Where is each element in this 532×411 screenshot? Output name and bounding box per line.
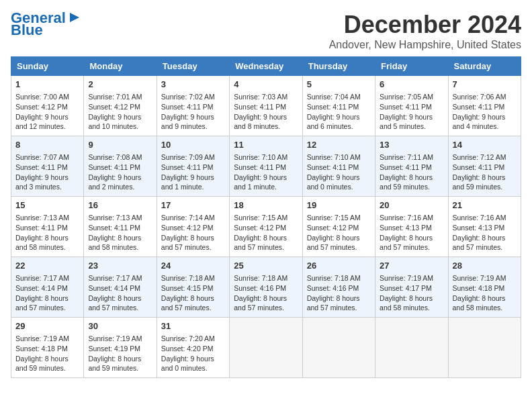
cell-content: Sunrise: 7:07 AM Sunset: 4:11 PM Dayligh… xyxy=(15,152,79,192)
day-number: 10 xyxy=(161,139,225,151)
calendar-cell: 16Sunrise: 7:13 AM Sunset: 4:11 PM Dayli… xyxy=(84,197,157,257)
day-number: 8 xyxy=(15,139,79,151)
calendar-cell: 14Sunrise: 7:12 AM Sunset: 4:11 PM Dayli… xyxy=(448,136,521,197)
calendar-cell xyxy=(375,318,448,378)
header: General Blue December 2024 Andover, New … xyxy=(11,11,521,51)
calendar-cell: 11Sunrise: 7:10 AM Sunset: 4:11 PM Dayli… xyxy=(230,136,302,197)
location-title: Andover, New Hampshire, United States xyxy=(329,39,521,51)
cell-content: Sunrise: 7:08 AM Sunset: 4:11 PM Dayligh… xyxy=(88,152,152,192)
day-number: 12 xyxy=(307,139,371,151)
calendar-cell: 5Sunrise: 7:04 AM Sunset: 4:11 PM Daylig… xyxy=(302,76,375,136)
cell-content: Sunrise: 7:02 AM Sunset: 4:11 PM Dayligh… xyxy=(161,92,225,132)
cell-content: Sunrise: 7:03 AM Sunset: 4:11 PM Dayligh… xyxy=(234,92,298,132)
weekday-header-wednesday: Wednesday xyxy=(230,57,302,76)
weekday-header-monday: Monday xyxy=(84,57,157,76)
calendar-cell: 1Sunrise: 7:00 AM Sunset: 4:12 PM Daylig… xyxy=(11,76,84,136)
day-number: 14 xyxy=(453,139,517,151)
calendar-cell: 21Sunrise: 7:16 AM Sunset: 4:13 PM Dayli… xyxy=(448,197,521,257)
weekday-header-saturday: Saturday xyxy=(448,57,521,76)
day-number: 5 xyxy=(307,79,371,91)
logo-blue-text: Blue xyxy=(11,23,43,38)
weekday-header-tuesday: Tuesday xyxy=(157,57,229,76)
day-number: 20 xyxy=(380,199,443,212)
calendar-table: SundayMondayTuesdayWednesdayThursdayFrid… xyxy=(11,56,521,378)
day-number: 4 xyxy=(234,79,298,91)
cell-content: Sunrise: 7:16 AM Sunset: 4:13 PM Dayligh… xyxy=(380,213,443,253)
day-number: 1 xyxy=(15,79,79,91)
month-title: December 2024 xyxy=(329,11,521,39)
weekday-header-friday: Friday xyxy=(375,57,448,76)
calendar-cell: 23Sunrise: 7:17 AM Sunset: 4:14 PM Dayli… xyxy=(84,257,157,318)
calendar-cell: 17Sunrise: 7:14 AM Sunset: 4:12 PM Dayli… xyxy=(157,197,229,257)
cell-content: Sunrise: 7:13 AM Sunset: 4:11 PM Dayligh… xyxy=(88,213,152,253)
calendar-cell: 3Sunrise: 7:02 AM Sunset: 4:11 PM Daylig… xyxy=(157,76,229,136)
week-row-1: 1Sunrise: 7:00 AM Sunset: 4:12 PM Daylig… xyxy=(11,76,521,136)
day-number: 23 xyxy=(88,260,152,272)
logo-arrow-icon xyxy=(67,10,82,25)
day-number: 16 xyxy=(88,199,152,212)
day-number: 7 xyxy=(453,79,517,91)
cell-content: Sunrise: 7:05 AM Sunset: 4:11 PM Dayligh… xyxy=(380,92,443,132)
calendar-cell: 15Sunrise: 7:13 AM Sunset: 4:11 PM Dayli… xyxy=(11,197,84,257)
day-number: 17 xyxy=(161,199,225,212)
day-number: 28 xyxy=(453,260,517,272)
weekday-header-row: SundayMondayTuesdayWednesdayThursdayFrid… xyxy=(11,57,521,76)
cell-content: Sunrise: 7:20 AM Sunset: 4:20 PM Dayligh… xyxy=(161,334,225,373)
cell-content: Sunrise: 7:16 AM Sunset: 4:13 PM Dayligh… xyxy=(453,213,517,253)
cell-content: Sunrise: 7:18 AM Sunset: 4:16 PM Dayligh… xyxy=(307,273,371,313)
calendar-cell: 6Sunrise: 7:05 AM Sunset: 4:11 PM Daylig… xyxy=(375,76,448,136)
weekday-header-sunday: Sunday xyxy=(11,57,84,76)
calendar-cell: 10Sunrise: 7:09 AM Sunset: 4:11 PM Dayli… xyxy=(157,136,229,197)
cell-content: Sunrise: 7:00 AM Sunset: 4:12 PM Dayligh… xyxy=(15,92,79,132)
day-number: 18 xyxy=(234,199,298,212)
day-number: 27 xyxy=(380,260,443,272)
week-row-2: 8Sunrise: 7:07 AM Sunset: 4:11 PM Daylig… xyxy=(11,136,521,197)
cell-content: Sunrise: 7:17 AM Sunset: 4:14 PM Dayligh… xyxy=(15,273,79,313)
calendar-cell xyxy=(448,318,521,378)
day-number: 6 xyxy=(380,79,443,91)
calendar-cell: 7Sunrise: 7:06 AM Sunset: 4:11 PM Daylig… xyxy=(448,76,521,136)
calendar-cell: 27Sunrise: 7:19 AM Sunset: 4:17 PM Dayli… xyxy=(375,257,448,318)
day-number: 25 xyxy=(234,260,298,272)
cell-content: Sunrise: 7:06 AM Sunset: 4:11 PM Dayligh… xyxy=(453,92,517,132)
cell-content: Sunrise: 7:10 AM Sunset: 4:11 PM Dayligh… xyxy=(234,152,298,192)
cell-content: Sunrise: 7:01 AM Sunset: 4:12 PM Dayligh… xyxy=(88,92,152,132)
calendar-cell xyxy=(302,318,375,378)
logo: General Blue xyxy=(11,11,82,38)
day-number: 22 xyxy=(15,260,79,272)
cell-content: Sunrise: 7:15 AM Sunset: 4:12 PM Dayligh… xyxy=(234,213,298,253)
calendar-cell: 24Sunrise: 7:18 AM Sunset: 4:15 PM Dayli… xyxy=(157,257,229,318)
cell-content: Sunrise: 7:17 AM Sunset: 4:14 PM Dayligh… xyxy=(88,273,152,313)
cell-content: Sunrise: 7:12 AM Sunset: 4:11 PM Dayligh… xyxy=(453,152,517,192)
calendar-cell: 30Sunrise: 7:19 AM Sunset: 4:19 PM Dayli… xyxy=(84,318,157,378)
calendar-cell: 22Sunrise: 7:17 AM Sunset: 4:14 PM Dayli… xyxy=(11,257,84,318)
calendar-cell: 28Sunrise: 7:19 AM Sunset: 4:18 PM Dayli… xyxy=(448,257,521,318)
cell-content: Sunrise: 7:09 AM Sunset: 4:11 PM Dayligh… xyxy=(161,152,225,192)
cell-content: Sunrise: 7:04 AM Sunset: 4:11 PM Dayligh… xyxy=(307,92,371,132)
week-row-5: 29Sunrise: 7:19 AM Sunset: 4:18 PM Dayli… xyxy=(11,318,521,378)
cell-content: Sunrise: 7:10 AM Sunset: 4:11 PM Dayligh… xyxy=(307,152,371,192)
calendar-cell: 13Sunrise: 7:11 AM Sunset: 4:11 PM Dayli… xyxy=(375,136,448,197)
calendar-body: 1Sunrise: 7:00 AM Sunset: 4:12 PM Daylig… xyxy=(11,76,521,378)
cell-content: Sunrise: 7:18 AM Sunset: 4:16 PM Dayligh… xyxy=(234,273,298,313)
day-number: 2 xyxy=(88,79,152,91)
cell-content: Sunrise: 7:14 AM Sunset: 4:12 PM Dayligh… xyxy=(161,213,225,253)
calendar-cell: 8Sunrise: 7:07 AM Sunset: 4:11 PM Daylig… xyxy=(11,136,84,197)
calendar-cell: 26Sunrise: 7:18 AM Sunset: 4:16 PM Dayli… xyxy=(302,257,375,318)
calendar-cell: 2Sunrise: 7:01 AM Sunset: 4:12 PM Daylig… xyxy=(84,76,157,136)
calendar-cell: 12Sunrise: 7:10 AM Sunset: 4:11 PM Dayli… xyxy=(302,136,375,197)
calendar-cell: 31Sunrise: 7:20 AM Sunset: 4:20 PM Dayli… xyxy=(157,318,229,378)
weekday-header-thursday: Thursday xyxy=(302,57,375,76)
cell-content: Sunrise: 7:18 AM Sunset: 4:15 PM Dayligh… xyxy=(161,273,225,313)
calendar-cell: 4Sunrise: 7:03 AM Sunset: 4:11 PM Daylig… xyxy=(230,76,302,136)
week-row-4: 22Sunrise: 7:17 AM Sunset: 4:14 PM Dayli… xyxy=(11,257,521,318)
day-number: 9 xyxy=(88,139,152,151)
cell-content: Sunrise: 7:19 AM Sunset: 4:18 PM Dayligh… xyxy=(453,273,517,313)
svg-marker-0 xyxy=(70,13,79,22)
day-number: 11 xyxy=(234,139,298,151)
day-number: 29 xyxy=(15,320,79,332)
day-number: 26 xyxy=(307,260,371,272)
title-area: December 2024 Andover, New Hampshire, Un… xyxy=(329,11,521,51)
cell-content: Sunrise: 7:19 AM Sunset: 4:18 PM Dayligh… xyxy=(15,334,79,373)
day-number: 15 xyxy=(15,199,79,212)
